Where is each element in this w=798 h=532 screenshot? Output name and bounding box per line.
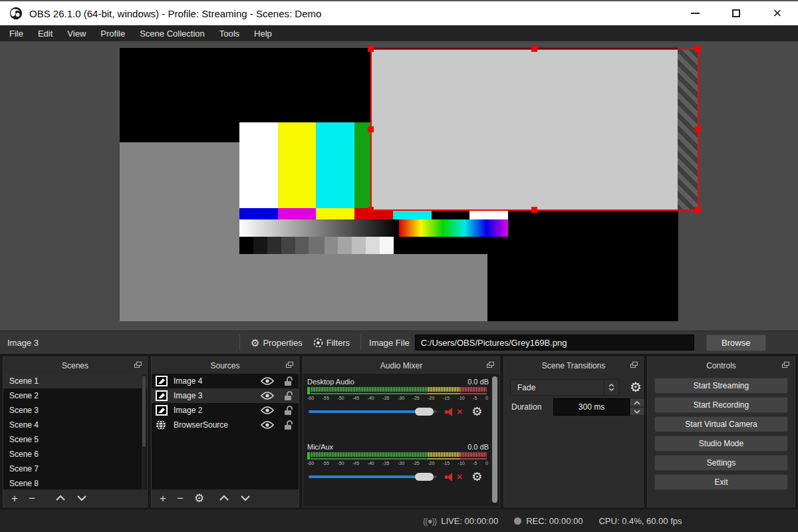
preview-selected-source[interactable]: [372, 50, 698, 210]
scene-list-item[interactable]: Scene 7: [3, 462, 147, 476]
controls-header[interactable]: Controls: [648, 357, 795, 374]
selection-handle-bottom-left[interactable]: [368, 207, 374, 213]
duration-increase-button[interactable]: [630, 398, 644, 407]
menu-scene-collection[interactable]: Scene Collection: [132, 27, 212, 41]
live-time: LIVE: 00:00:00: [441, 516, 498, 526]
selection-handle-bottom-right[interactable]: [695, 207, 701, 213]
sources-header[interactable]: Sources: [152, 357, 299, 374]
selection-handle-bottom-center[interactable]: [531, 207, 537, 213]
title-bar[interactable]: OBS 26.1.0 (64-bit, windows) - Profile: …: [0, 0, 798, 25]
source-name: Image 4: [174, 376, 256, 386]
preview-canvas[interactable]: [0, 41, 798, 331]
volume-slider[interactable]: [309, 410, 437, 413]
image-file-input[interactable]: [415, 334, 694, 350]
duration-value[interactable]: 300 ms: [553, 398, 630, 416]
filters-label: Filters: [327, 338, 350, 348]
broadcast-icon: ((●)): [423, 516, 436, 526]
scene-list-item[interactable]: Scene 1: [3, 374, 147, 388]
close-button[interactable]: ×: [757, 1, 798, 25]
scenes-header[interactable]: Scenes: [3, 357, 147, 374]
unlock-icon[interactable]: [279, 376, 299, 386]
properties-button[interactable]: ⚙ Properties: [245, 335, 308, 350]
source-list-item[interactable]: Image 3: [152, 388, 299, 403]
menu-file[interactable]: File: [2, 27, 31, 41]
scenes-scrollbar[interactable]: [142, 374, 146, 489]
duration-decrease-button[interactable]: [630, 407, 644, 416]
maximize-button[interactable]: [716, 1, 757, 25]
scene-list-item[interactable]: Scene 6: [3, 447, 147, 462]
volume-slider-knob[interactable]: [415, 473, 434, 481]
popout-icon[interactable]: [487, 362, 494, 368]
exit-button[interactable]: Exit: [654, 474, 788, 490]
volume-slider[interactable]: [309, 475, 437, 478]
scene-list-item[interactable]: Scene 3: [3, 403, 147, 418]
unlock-icon[interactable]: [279, 406, 299, 416]
start-recording-button[interactable]: Start Recording: [654, 397, 788, 413]
selection-handle-mid-left[interactable]: [368, 126, 374, 132]
rainbow-ramp: [399, 219, 508, 237]
menu-profile[interactable]: Profile: [93, 27, 132, 41]
remove-source-button[interactable]: −: [177, 493, 184, 504]
source-list-item[interactable]: Image 4: [152, 374, 299, 388]
settings-button[interactable]: Settings: [654, 455, 788, 471]
selected-source-body: [372, 50, 678, 210]
maximize-icon: [732, 9, 740, 17]
visibility-eye-icon[interactable]: [256, 406, 279, 414]
browser-source-icon: [156, 420, 168, 430]
studio-mode-button[interactable]: Studio Mode: [654, 436, 788, 452]
mute-button[interactable]: ×: [444, 406, 462, 417]
meter-scale: -60-55-50-45-40-35-30-25-20-15-10-50: [307, 396, 488, 402]
audio-mixer-header[interactable]: Audio Mixer: [303, 357, 499, 374]
source-properties-button[interactable]: ⚙: [194, 493, 204, 504]
popout-icon[interactable]: [782, 362, 789, 368]
scene-transitions-title: Scene Transitions: [542, 361, 605, 370]
volume-slider-knob[interactable]: [415, 408, 434, 416]
menu-view[interactable]: View: [60, 27, 93, 41]
source-list-item[interactable]: BrowserSource: [152, 418, 299, 432]
controls-panel: Controls Start Streaming Start Recording…: [647, 356, 795, 507]
selection-handle-top-right[interactable]: [695, 46, 701, 52]
scene-list-item[interactable]: Scene 8: [3, 476, 147, 489]
minimize-button[interactable]: [674, 1, 716, 25]
popout-icon[interactable]: [630, 362, 638, 368]
add-source-button[interactable]: +: [160, 493, 166, 504]
start-streaming-button[interactable]: Start Streaming: [654, 378, 788, 394]
duration-spinner[interactable]: 300 ms: [553, 398, 644, 416]
source-list-item[interactable]: Image 2: [152, 403, 299, 418]
source-down-button[interactable]: [240, 495, 251, 501]
transition-settings-gear-icon[interactable]: ⚙: [626, 378, 645, 396]
selection-handle-mid-right[interactable]: [695, 126, 701, 132]
transition-select[interactable]: Fade: [510, 379, 619, 396]
browse-button[interactable]: Browse: [706, 334, 766, 351]
visibility-eye-icon[interactable]: [256, 392, 279, 400]
start-virtual-camera-button[interactable]: Start Virtual Camera: [654, 416, 788, 432]
scene-list-item[interactable]: Scene 5: [3, 432, 147, 447]
visibility-eye-icon[interactable]: [256, 421, 279, 429]
scene-list-item[interactable]: Scene 2: [3, 388, 147, 403]
scene-transitions-header[interactable]: Scene Transitions: [504, 357, 643, 374]
image-source-icon: [156, 405, 168, 416]
menu-edit[interactable]: Edit: [31, 27, 60, 41]
audio-mixer-body: Desktop Audio 0.0 dB -60-55-50-45-40-35-…: [303, 374, 499, 507]
channel-settings-gear-icon[interactable]: ⚙: [471, 406, 482, 418]
unlock-icon[interactable]: [279, 420, 299, 430]
filters-button[interactable]: Filters: [308, 335, 355, 350]
scene-up-button[interactable]: [55, 495, 66, 501]
channel-settings-gear-icon[interactable]: ⚙: [471, 471, 482, 483]
selection-handle-top-center[interactable]: [531, 46, 537, 52]
remove-scene-button[interactable]: −: [29, 493, 35, 504]
mixer-scrollbar[interactable]: [492, 376, 497, 503]
menu-help[interactable]: Help: [247, 27, 279, 41]
source-up-button[interactable]: [219, 495, 229, 501]
popout-icon[interactable]: [134, 362, 142, 368]
scene-down-button[interactable]: [76, 495, 87, 501]
selection-handle-top-left[interactable]: [368, 46, 374, 52]
mute-button[interactable]: ×: [444, 471, 462, 482]
preview-source-black-image[interactable]: [487, 210, 678, 321]
menu-tools[interactable]: Tools: [212, 27, 247, 41]
popout-icon[interactable]: [286, 362, 293, 368]
scene-list-item[interactable]: Scene 4: [3, 418, 147, 432]
visibility-eye-icon[interactable]: [256, 377, 279, 385]
unlock-icon[interactable]: [279, 391, 299, 401]
add-scene-button[interactable]: +: [11, 493, 18, 504]
